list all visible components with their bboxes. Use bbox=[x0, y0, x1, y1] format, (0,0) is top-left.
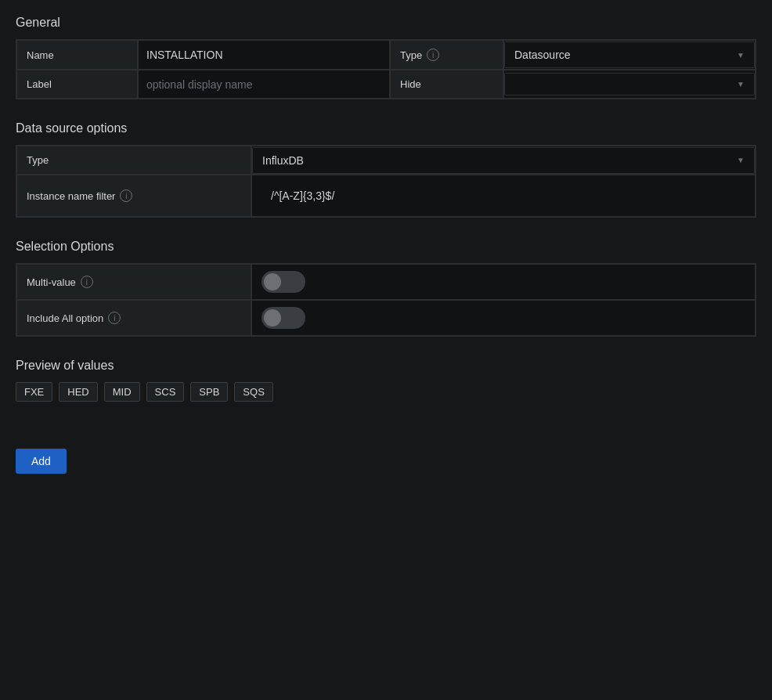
ds-type-dropdown-value: InfluxDB bbox=[262, 154, 304, 167]
datasource-grid: Type InfluxDB ▼ Instance name filter i bbox=[16, 145, 756, 218]
include-all-label-cell: Include All option i bbox=[16, 300, 251, 336]
include-all-toggle[interactable] bbox=[262, 307, 305, 329]
ds-type-dropdown-arrow-icon: ▼ bbox=[737, 156, 745, 164]
instance-filter-value-cell[interactable] bbox=[251, 175, 756, 217]
datasource-section: Data source options Type InfluxDB ▼ Inst… bbox=[16, 121, 756, 218]
preview-tags-container: FXEHEDMIDSCSSPBSQS bbox=[16, 382, 756, 402]
name-value-cell[interactable] bbox=[138, 40, 390, 70]
add-button[interactable]: Add bbox=[16, 449, 67, 474]
ds-type-dropdown[interactable]: InfluxDB ▼ bbox=[252, 147, 755, 174]
include-all-toggle-cell[interactable] bbox=[251, 300, 756, 336]
name-input[interactable] bbox=[146, 49, 381, 61]
name-label-cell: Name bbox=[16, 40, 138, 70]
ds-type-label: Type bbox=[27, 154, 49, 166]
type-dropdown-arrow-icon: ▼ bbox=[737, 51, 745, 60]
type-dropdown[interactable]: Datasource ▼ bbox=[504, 41, 755, 68]
selection-grid: Multi-value i Include All option i bbox=[16, 263, 756, 337]
name-label: Name bbox=[27, 49, 54, 61]
hide-dropdown-cell[interactable]: ▼ bbox=[503, 70, 756, 99]
preview-title: Preview of values bbox=[16, 359, 756, 373]
type-dropdown-value: Datasource bbox=[514, 49, 571, 61]
datasource-title: Data source options bbox=[16, 121, 756, 135]
preview-tag: FXE bbox=[16, 382, 52, 402]
multi-value-toggle[interactable] bbox=[262, 271, 305, 293]
instance-filter-info-icon[interactable]: i bbox=[120, 189, 132, 202]
type-info-icon[interactable]: i bbox=[427, 49, 439, 61]
preview-section: Preview of values FXEHEDMIDSCSSPBSQS bbox=[16, 359, 756, 402]
type-label: Type bbox=[400, 49, 422, 61]
general-section: General Name Type i Datasource ▼ Label H… bbox=[16, 16, 756, 99]
selection-title: Selection Options bbox=[16, 240, 756, 254]
ds-type-label-cell: Type bbox=[16, 146, 251, 175]
multi-value-label-cell: Multi-value i bbox=[16, 264, 251, 300]
label-label: Label bbox=[27, 78, 52, 90]
multi-value-label: Multi-value bbox=[27, 276, 76, 288]
label-label-cell: Label bbox=[16, 70, 138, 99]
general-title: General bbox=[16, 16, 756, 30]
label-input[interactable] bbox=[146, 78, 381, 91]
include-all-label: Include All option bbox=[27, 312, 103, 324]
preview-tag: SCS bbox=[146, 382, 185, 402]
preview-tag: HED bbox=[59, 382, 97, 402]
general-grid: Name Type i Datasource ▼ Label Hide bbox=[16, 39, 756, 99]
selection-section: Selection Options Multi-value i Include … bbox=[16, 240, 756, 337]
preview-tag: SQS bbox=[234, 382, 272, 402]
include-all-slider bbox=[262, 307, 305, 329]
multi-value-info-icon[interactable]: i bbox=[81, 276, 93, 288]
hide-label-cell: Hide bbox=[390, 70, 503, 99]
instance-filter-input[interactable] bbox=[262, 183, 745, 208]
include-all-info-icon[interactable]: i bbox=[108, 312, 121, 324]
preview-tag: SPB bbox=[190, 382, 228, 402]
instance-filter-label: Instance name filter bbox=[27, 190, 115, 202]
type-label-cell: Type i bbox=[390, 40, 503, 70]
multi-value-slider bbox=[262, 271, 305, 293]
hide-label: Hide bbox=[400, 78, 421, 90]
preview-tag: MID bbox=[104, 382, 140, 402]
type-dropdown-cell[interactable]: Datasource ▼ bbox=[503, 40, 756, 70]
instance-filter-label-cell: Instance name filter i bbox=[16, 175, 251, 217]
multi-value-toggle-cell[interactable] bbox=[251, 264, 756, 300]
label-value-cell[interactable] bbox=[138, 70, 390, 99]
ds-type-dropdown-cell[interactable]: InfluxDB ▼ bbox=[251, 146, 756, 175]
hide-dropdown-arrow-icon: ▼ bbox=[737, 80, 745, 88]
hide-dropdown[interactable]: ▼ bbox=[504, 73, 755, 96]
